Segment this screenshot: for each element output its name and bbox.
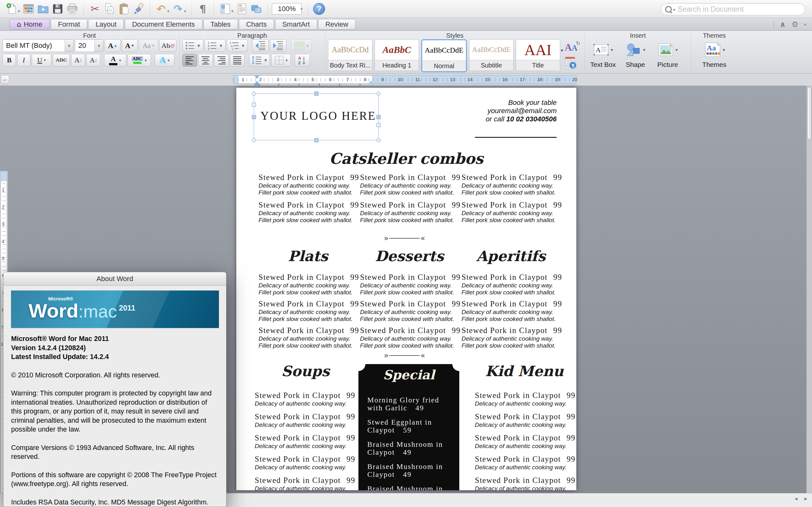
- print-button[interactable]: [65, 2, 80, 16]
- tab-layout[interactable]: Layout: [88, 19, 124, 30]
- search-field[interactable]: ▾: [661, 3, 805, 15]
- anchor-handle-right[interactable]: [376, 123, 380, 127]
- style-card[interactable]: AaBbCcDdE Normal: [421, 39, 467, 72]
- clear-formatting-button[interactable]: Ab: [159, 39, 176, 52]
- themes-button[interactable]: Aa ▾ Themes: [699, 39, 729, 68]
- align-right-button[interactable]: [214, 54, 229, 66]
- line-spacing-button[interactable]: ▼: [249, 54, 270, 66]
- tab-stop-selector[interactable]: ⌐: [1, 75, 9, 84]
- open-button[interactable]: [36, 2, 50, 16]
- style-card[interactable]: AAI Title: [516, 39, 560, 71]
- multilevel-list-button[interactable]: 1ai▼: [227, 39, 248, 52]
- grow-font-button[interactable]: A▲: [105, 39, 120, 52]
- tab-format[interactable]: Format: [51, 19, 88, 30]
- format-painter-button[interactable]: [131, 2, 146, 16]
- zoom-control[interactable]: 100% ▾: [272, 3, 304, 14]
- styles-gallery-arrow[interactable]: ▾: [561, 48, 563, 72]
- picture-arrow[interactable]: ▾: [675, 47, 677, 52]
- copy-button[interactable]: [102, 2, 117, 16]
- hanging-indent-marker[interactable]: [254, 78, 259, 84]
- columns-button[interactable]: ▾: [291, 39, 312, 52]
- shape-arrow[interactable]: ▾: [643, 47, 645, 52]
- resize-handle-nw[interactable]: [252, 92, 256, 96]
- resize-handle-sw[interactable]: [252, 138, 256, 142]
- underline-button[interactable]: U▾: [32, 54, 51, 66]
- borders-button[interactable]: ▾: [271, 54, 291, 66]
- show-formatting-button[interactable]: ¶: [195, 2, 210, 16]
- tab-charts[interactable]: Charts: [239, 19, 274, 30]
- sidebar-view-button[interactable]: [218, 2, 233, 16]
- dialog-title-bar[interactable]: About Word: [3, 272, 226, 286]
- horizontal-ruler[interactable]: ⌐ 1234567891011121314151617181920: [0, 73, 812, 86]
- resize-handle-ne[interactable]: [376, 92, 380, 96]
- search-scope-arrow[interactable]: ▾: [673, 7, 675, 12]
- insert-picture-button[interactable]: ▾ Picture: [653, 39, 683, 68]
- highlight-button[interactable]: ABC▾: [128, 54, 151, 66]
- insert-shape-button[interactable]: ▾ Shape: [620, 39, 651, 68]
- redo-button[interactable]: ↷: [171, 2, 185, 16]
- manage-styles-icon[interactable]: ¶: [564, 56, 580, 69]
- cut-button[interactable]: ✂: [88, 2, 102, 16]
- subscript-button[interactable]: A2: [86, 54, 100, 66]
- tab-tables[interactable]: Tables: [203, 19, 238, 30]
- decrease-indent-button[interactable]: [252, 39, 269, 52]
- strikethrough-button[interactable]: ABC: [53, 54, 70, 66]
- ruler-face[interactable]: 1234567891011121314151617181920: [233, 75, 576, 83]
- document-gallery-button[interactable]: [21, 2, 36, 16]
- paste-button[interactable]: [117, 2, 131, 16]
- tab-document-elements[interactable]: Document Elements: [125, 19, 202, 30]
- anchor-handle-left[interactable]: [252, 103, 256, 107]
- scrollbar-arrows[interactable]: ◄ ►: [794, 496, 810, 501]
- font-family-select[interactable]: Bell MT (Body) ▾: [3, 39, 73, 52]
- style-card[interactable]: AaBbC Heading 1: [374, 39, 419, 71]
- font-family-arrow[interactable]: ▾: [65, 40, 73, 52]
- align-left-button[interactable]: [183, 54, 197, 66]
- media-browser-button[interactable]: ♪: [249, 2, 264, 16]
- tab-review[interactable]: Review: [318, 19, 356, 30]
- superscript-button[interactable]: A2: [71, 54, 85, 66]
- collapse-ribbon-icon[interactable]: ∧: [780, 20, 786, 29]
- resize-handle-se[interactable]: [376, 138, 380, 142]
- sort-button[interactable]: AZ: [295, 54, 310, 66]
- shrink-font-button[interactable]: A▼: [122, 39, 138, 52]
- resize-handle-s[interactable]: [314, 138, 318, 142]
- new-document-button[interactable]: [4, 2, 19, 16]
- text-box-arrow[interactable]: ▾: [611, 47, 613, 52]
- logo-text-box[interactable]: YOUR LOGO HERE: [254, 94, 379, 140]
- numbered-list-button[interactable]: 123▼: [205, 39, 225, 52]
- tab-home[interactable]: ⌂ Home: [9, 19, 50, 30]
- zoom-value[interactable]: 100%: [272, 3, 302, 14]
- undo-button[interactable]: ↶: [154, 2, 168, 16]
- vertical-scrollbar-thumb[interactable]: [807, 87, 812, 140]
- font-color-button[interactable]: A▾: [104, 54, 126, 66]
- font-size-select[interactable]: 20 ▾: [75, 39, 103, 52]
- help-button[interactable]: ?: [312, 2, 326, 16]
- themes-arrow[interactable]: ▾: [722, 47, 725, 52]
- document-page[interactable]: YOUR LOGO HERE Book your table youremail…: [236, 88, 576, 490]
- insert-text-box-button[interactable]: A ▾ Text Box: [588, 39, 618, 68]
- vertical-scrollbar[interactable]: [806, 86, 812, 493]
- resize-handle-n[interactable]: [314, 92, 318, 96]
- font-size-arrow[interactable]: ▾: [95, 40, 103, 52]
- style-card[interactable]: AaBbCcDdE Subtitle: [469, 39, 513, 71]
- resize-handle-e[interactable]: [376, 115, 380, 119]
- gear-icon[interactable]: ⚙: [792, 20, 798, 29]
- save-button[interactable]: [50, 2, 65, 16]
- document-map-button[interactable]: [235, 2, 249, 16]
- align-center-button[interactable]: [198, 54, 213, 66]
- justify-button[interactable]: [230, 54, 245, 66]
- gear-dropdown-arrow[interactable]: ▾: [804, 22, 806, 27]
- right-indent-marker[interactable]: [368, 78, 374, 84]
- text-effects-button[interactable]: A▾: [155, 54, 174, 66]
- resize-handle-w[interactable]: [252, 115, 256, 119]
- italic-button[interactable]: I: [17, 54, 31, 66]
- change-styles-icon[interactable]: AA↻: [564, 40, 580, 54]
- style-card[interactable]: AaBbCcDd Body Text Ri...: [328, 39, 372, 71]
- bullet-list-button[interactable]: ▼: [183, 39, 203, 52]
- change-case-button[interactable]: Aa▾: [139, 39, 158, 52]
- tab-smartart[interactable]: SmartArt: [275, 19, 317, 30]
- bold-button[interactable]: B: [3, 54, 16, 66]
- increase-indent-button[interactable]: [270, 39, 287, 52]
- search-input[interactable]: [677, 5, 805, 14]
- zoom-dropdown-arrow[interactable]: ▾: [300, 6, 303, 11]
